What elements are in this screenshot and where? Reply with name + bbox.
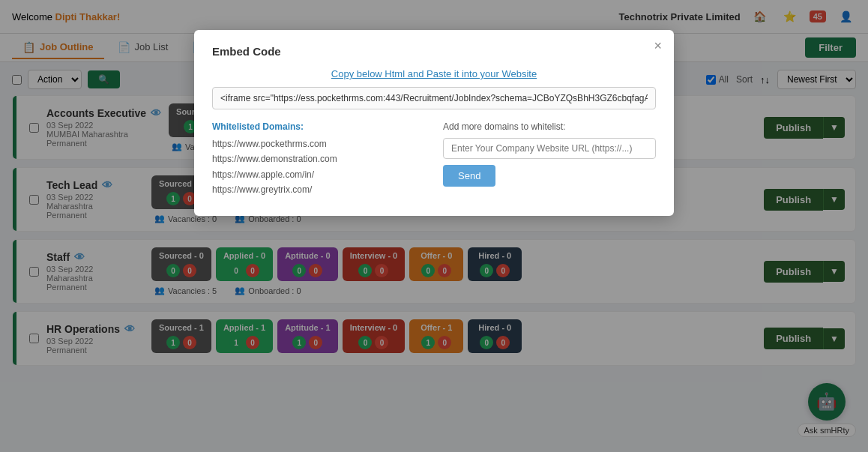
add-domain-label: Add more domains to whitelist:: [443, 121, 656, 132]
embed-code-modal: × Embed Code Copy below Html and Paste i…: [194, 30, 674, 216]
whitelist-urls: https://www.pockethrms.comhttps://www.de…: [212, 136, 425, 198]
whitelist-section: Whitelisted Domains: https://www.pocketh…: [212, 121, 425, 198]
embed-code-input[interactable]: [212, 87, 656, 109]
whitelist-url-item: https://www.pockethrms.com: [212, 136, 425, 151]
add-domain-input[interactable]: [443, 138, 656, 159]
add-domain-section: Add more domains to whitelist: Send: [443, 121, 656, 198]
modal-bottom: Whitelisted Domains: https://www.pocketh…: [212, 121, 656, 198]
modal-subtitle: Copy below Html and Paste it into your W…: [212, 68, 656, 79]
send-button[interactable]: Send: [443, 165, 495, 187]
modal-title: Embed Code: [212, 45, 656, 58]
whitelist-url-item: https://www.demonstration.com: [212, 151, 425, 166]
modal-overlay[interactable]: × Embed Code Copy below Html and Paste i…: [0, 0, 868, 452]
whitelist-url-item: https://www.greytrix.com/: [212, 182, 425, 197]
whitelist-title: Whitelisted Domains:: [212, 121, 425, 132]
whitelist-url-item: https://www.apple.com/in/: [212, 167, 425, 182]
modal-close-button[interactable]: ×: [654, 39, 662, 52]
